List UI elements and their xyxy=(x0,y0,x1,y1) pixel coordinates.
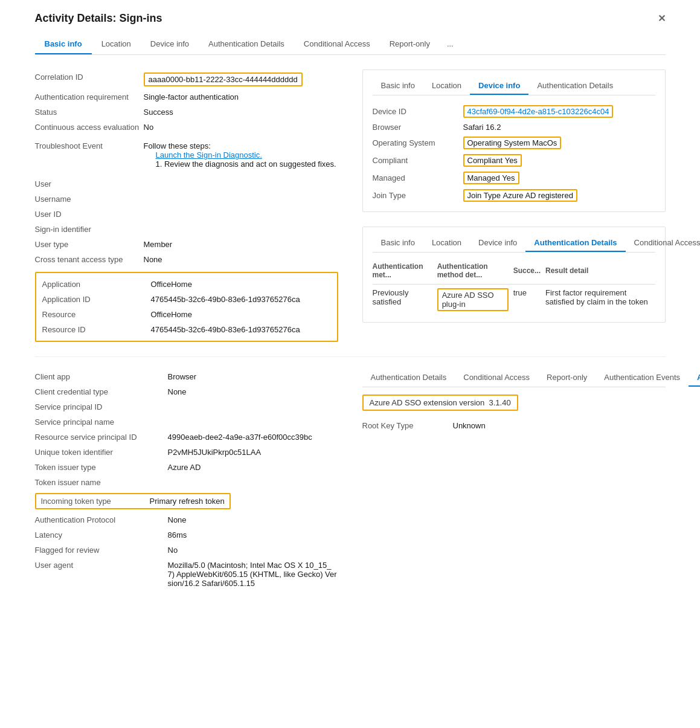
auth-table-row: Previously satisfied Azure AD SSO plug-i… xyxy=(373,285,655,315)
sso-ext-highlight: Azure AD SSO extension version 3.1.40 xyxy=(362,395,518,411)
auth-tab-conditional[interactable]: Conditional Access xyxy=(626,234,700,252)
token-issuer-type-label: Token issuer type xyxy=(35,463,168,472)
device-id-row: Device ID 43cfaf69-0f94-4d2e-a815-c10322… xyxy=(373,103,655,120)
device-tab-auth-details[interactable]: Authentication Details xyxy=(528,77,621,95)
troubleshoot-link[interactable]: Launch the Sign-in Diagnostic. xyxy=(156,150,262,159)
user-label: User xyxy=(35,179,144,188)
app-id-label: Application ID xyxy=(42,295,151,304)
app-id-value: 4765445b-32c6-49b0-83e6-1d93765276ca xyxy=(151,295,331,304)
os-value-inline: MacOs xyxy=(532,138,557,147)
add-tab-conditional[interactable]: Conditional Access xyxy=(455,369,538,387)
cae-value: No xyxy=(144,123,338,132)
auth-col-detail: Authentication method det... xyxy=(437,260,513,285)
cae-label: Continuous access evaluation xyxy=(35,123,144,132)
auth-details-panel: Basic info Location Device info Authenti… xyxy=(362,227,666,323)
flagged-value: No xyxy=(168,546,338,555)
client-cred-row: Client credential type None xyxy=(35,384,338,399)
auth-req-value: Single-factor authentication xyxy=(144,92,338,101)
cross-tenant-value: None xyxy=(144,255,338,264)
troubleshoot-label: Troubleshoot Event xyxy=(35,141,144,150)
app-label: Application xyxy=(42,280,151,289)
cross-tenant-label: Cross tenant access type xyxy=(35,255,144,264)
add-tab-report-only[interactable]: Report-only xyxy=(538,369,596,387)
auth-row-method: Previously satisfied xyxy=(373,285,437,315)
flagged-row: Flagged for review No xyxy=(35,543,338,558)
correlation-id-label: Correlation ID xyxy=(35,72,144,82)
device-sub-tabs: Basic info Location Device info Authenti… xyxy=(373,77,655,95)
additional-sub-tabs: Authentication Details Conditional Acces… xyxy=(362,369,666,387)
client-cred-value: None xyxy=(168,387,338,396)
tab-location[interactable]: Location xyxy=(92,34,141,54)
auth-tab-basic-info[interactable]: Basic info xyxy=(373,234,423,252)
auth-req-label: Authentication requirement xyxy=(35,92,144,101)
device-id-highlight: 43cfaf69-0f94-4d2e-a815-c103226c4c04 xyxy=(463,105,614,118)
auth-col-method: Authentication met... xyxy=(373,260,437,285)
tab-basic-info[interactable]: Basic info xyxy=(35,34,92,54)
add-tab-additional-details[interactable]: Additional Details xyxy=(689,369,700,387)
incoming-token-highlight: Incoming token type Primary refresh toke… xyxy=(35,493,231,509)
device-tab-basic-info[interactable]: Basic info xyxy=(373,77,423,95)
join-type-label-inline: Join Type xyxy=(467,191,501,200)
signin-id-label: Sign-in identifier xyxy=(35,225,144,234)
tab-report-only[interactable]: Report-only xyxy=(380,34,440,54)
auth-col-success: Succe... xyxy=(513,260,545,285)
user-type-label: User type xyxy=(35,240,144,249)
close-icon[interactable]: ✕ xyxy=(658,13,666,24)
resource-id-value: 4765445b-32c6-49b0-83e6-1d93765276ca xyxy=(151,325,331,334)
user-agent-value: Mozilla/5.0 (Macintosh; Intel Mac OS X 1… xyxy=(168,561,338,588)
status-row: Status Success xyxy=(35,105,338,120)
application-section-highlight: Application OfficeHome Application ID 47… xyxy=(35,272,338,342)
add-tab-auth-details[interactable]: Authentication Details xyxy=(362,369,455,387)
add-tab-auth-events[interactable]: Authentication Events xyxy=(596,369,689,387)
device-id-value: 43cfaf69-0f94-4d2e-a815-c103226c4c04 xyxy=(463,105,614,118)
root-key-label: Root Key Type xyxy=(362,421,453,430)
section-divider xyxy=(35,356,666,357)
compliant-label-inline: Compliant xyxy=(467,156,503,165)
user-agent-label: User agent xyxy=(35,561,168,570)
signin-id-row: Sign-in identifier xyxy=(35,222,338,237)
auth-tab-device-info[interactable]: Device info xyxy=(470,234,525,252)
auth-row-success: true xyxy=(513,285,545,315)
auth-tab-location[interactable]: Location xyxy=(423,234,470,252)
tab-conditional-access[interactable]: Conditional Access xyxy=(294,34,380,54)
user-row: User xyxy=(35,176,338,192)
unique-token-row: Unique token identifier P2vMH5JUkiPkrp0c… xyxy=(35,445,338,460)
main-tabs: Basic info Location Device info Authenti… xyxy=(35,34,666,55)
managed-label-inline: Managed xyxy=(467,173,500,182)
sso-ext-label: Azure AD SSO extension version xyxy=(370,398,485,407)
os-label: Operating System xyxy=(373,138,463,147)
resource-svc-label: Resource service principal ID xyxy=(35,433,168,442)
resource-svc-value: 4990eaeb-dee2-4a9e-a37f-e60f00cc39bc xyxy=(168,433,338,442)
unique-token-label: Unique token identifier xyxy=(35,448,168,457)
troubleshoot-steps: Follow these steps: xyxy=(144,141,338,150)
join-type-value: Join Type Azure AD registered xyxy=(463,189,577,202)
device-tab-device-info[interactable]: Device info xyxy=(470,77,528,95)
device-id-label: Device ID xyxy=(373,107,463,116)
tab-more[interactable]: ... xyxy=(440,34,461,54)
resource-label: Resource xyxy=(42,310,151,319)
tab-device-info[interactable]: Device info xyxy=(141,34,199,54)
browser-label: Browser xyxy=(373,123,463,132)
os-row: Operating System Operating System MacOs xyxy=(373,134,655,152)
managed-label: Managed xyxy=(373,173,463,182)
auth-req-row: Authentication requirement Single-factor… xyxy=(35,89,338,105)
additional-left: Client app Browser Client credential typ… xyxy=(35,369,338,591)
compliant-highlight: Compliant Yes xyxy=(463,154,522,167)
auth-tab-auth-details[interactable]: Authentication Details xyxy=(525,234,625,252)
tab-auth-details[interactable]: Authentication Details xyxy=(199,34,294,54)
cae-row: Continuous access evaluation No xyxy=(35,120,338,135)
compliant-row: Compliant Compliant Yes xyxy=(373,152,655,169)
correlation-id-value: aaaa0000-bb11-2222-33cc-444444dddddd xyxy=(144,72,338,86)
auth-protocol-row: Authentication Protocol None xyxy=(35,512,338,527)
resource-svc-row: Resource service principal ID 4990eaeb-d… xyxy=(35,430,338,445)
flagged-label: Flagged for review xyxy=(35,546,168,555)
managed-highlight: Managed Yes xyxy=(463,172,519,184)
app-row: Application OfficeHome xyxy=(42,277,331,292)
device-tab-location[interactable]: Location xyxy=(423,77,470,95)
resource-value: OfficeHome xyxy=(151,310,331,319)
device-info-rows: Device ID 43cfaf69-0f94-4d2e-a815-c10322… xyxy=(373,103,655,204)
client-app-value: Browser xyxy=(168,372,338,381)
sso-plugin-highlight: Azure AD SSO plug-in xyxy=(437,288,509,311)
auth-col-result: Result detail xyxy=(545,260,655,285)
managed-value: Managed Yes xyxy=(463,172,519,184)
